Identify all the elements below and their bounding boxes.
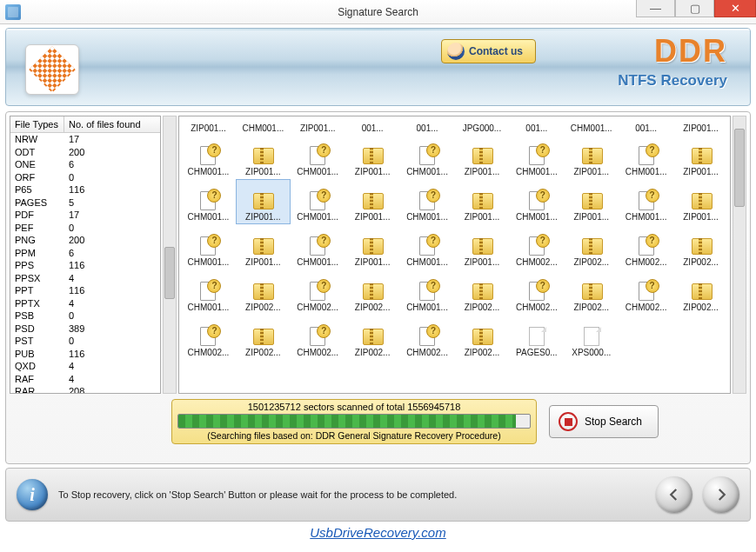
file-item[interactable]: ZIP001... (673, 134, 728, 179)
file-item[interactable]: XPS000... (564, 315, 619, 360)
table-row[interactable]: P65116 (10, 183, 160, 196)
file-item[interactable]: ZIP001... (455, 224, 510, 269)
table-row[interactable]: NRW17 (10, 133, 160, 146)
nav-back-button[interactable] (656, 476, 692, 513)
file-item[interactable]: ZIP002... (455, 269, 510, 315)
file-item[interactable]: ZIP002... (673, 224, 728, 269)
file-item[interactable]: CHM001... (400, 179, 455, 224)
file-item[interactable]: CHM001... (400, 134, 455, 179)
file-item[interactable]: CHM002... (291, 269, 345, 315)
cell-count: 4 (64, 297, 78, 310)
file-item[interactable]: ZIP001... (236, 179, 291, 224)
file-item[interactable]: CHM001... (509, 134, 564, 179)
table-row[interactable]: PPSX4 (10, 272, 160, 285)
file-item[interactable]: 001... (619, 118, 673, 134)
file-item[interactable]: 001... (345, 118, 400, 134)
table-row[interactable]: PDF17 (10, 209, 160, 222)
file-item[interactable]: ZIP001... (564, 134, 619, 179)
table-row[interactable]: RAF4 (10, 373, 160, 386)
file-item[interactable]: ZIP002... (455, 315, 510, 360)
file-types-table[interactable]: File Types No. of files found NRW17ODT20… (10, 116, 161, 394)
file-item[interactable]: CHM001... (400, 269, 455, 315)
zip-icon (251, 280, 275, 301)
file-item[interactable]: ZIP001... (181, 118, 236, 134)
table-row[interactable]: PNG200 (10, 234, 160, 247)
file-item[interactable]: JPG000... (455, 118, 510, 134)
file-item[interactable]: CHM001... (291, 224, 345, 269)
results-icon-pane[interactable]: ZIP001...CHM001...ZIP001...001...001...J… (178, 116, 731, 394)
file-item[interactable]: ZIP002... (345, 315, 400, 360)
table-body[interactable]: NRW17ODT200ONE6ORF0P65116PAGES5PDF17PEF0… (10, 133, 160, 393)
table-row[interactable]: PUB116 (10, 348, 160, 361)
col-files-found[interactable]: No. of files found (64, 116, 160, 132)
file-item[interactable]: ZIP001... (291, 118, 345, 134)
file-item[interactable]: CHM001... (564, 118, 619, 134)
table-row[interactable]: PSB0 (10, 309, 160, 323)
file-item[interactable]: ZIP001... (455, 134, 510, 179)
file-item[interactable]: CHM002... (509, 224, 564, 269)
file-item[interactable]: CHM002... (181, 315, 236, 360)
file-item[interactable]: ZIP002... (564, 269, 619, 315)
table-row[interactable]: PPM6 (10, 247, 160, 260)
file-item[interactable]: CHM001... (236, 118, 291, 134)
file-item[interactable]: ZIP001... (564, 179, 619, 224)
file-item[interactable]: ZIP001... (236, 134, 291, 179)
table-row[interactable]: PPTX4 (10, 297, 160, 310)
file-item[interactable]: CHM001... (181, 179, 236, 224)
file-item[interactable]: 001... (509, 118, 564, 134)
file-item[interactable]: ZIP001... (455, 179, 510, 224)
table-row[interactable]: ODT200 (10, 146, 160, 159)
file-item[interactable]: 001... (400, 118, 455, 134)
file-item[interactable]: ZIP002... (673, 269, 728, 315)
file-item[interactable]: CHM001... (291, 179, 345, 224)
table-row[interactable]: PAGES5 (10, 196, 160, 209)
file-item[interactable]: CHM001... (181, 134, 236, 179)
file-item[interactable]: CHM002... (509, 269, 564, 315)
file-item[interactable]: CHM002... (619, 269, 673, 315)
file-item[interactable]: PAGES0... (509, 315, 564, 360)
table-row[interactable]: RAR208 (10, 385, 160, 393)
scrollbar-thumb[interactable] (734, 129, 745, 207)
file-item[interactable]: ZIP001... (345, 179, 400, 224)
file-item[interactable]: ZIP001... (673, 179, 728, 224)
file-item[interactable]: ZIP002... (345, 269, 400, 315)
table-row[interactable]: PPT116 (10, 284, 160, 297)
maximize-button[interactable]: ▢ (675, 0, 714, 17)
chm-icon (305, 280, 330, 301)
table-row[interactable]: PST0 (10, 335, 160, 348)
minimize-button[interactable]: — (636, 0, 675, 17)
stop-search-button[interactable]: Stop Search (549, 405, 659, 438)
file-item[interactable]: ZIP001... (345, 134, 400, 179)
file-item[interactable]: ZIP001... (673, 118, 728, 134)
file-item[interactable]: ZIP002... (236, 315, 291, 360)
file-item[interactable]: CHM001... (619, 134, 673, 179)
table-row[interactable]: ONE6 (10, 158, 160, 171)
contact-us-button[interactable]: Contact us (441, 39, 536, 63)
table-row[interactable]: PEF0 (10, 222, 160, 235)
file-item[interactable]: CHM002... (619, 224, 673, 269)
file-item[interactable]: ZIP001... (236, 224, 291, 269)
file-item[interactable]: CHM001... (181, 224, 236, 269)
table-row[interactable]: QXD4 (10, 360, 160, 373)
table-scrollbar[interactable] (163, 116, 177, 394)
file-item[interactable]: CHM001... (181, 269, 236, 315)
table-row[interactable]: PSD389 (10, 323, 160, 336)
file-item[interactable]: CHM001... (291, 134, 345, 179)
file-item[interactable]: ZIP002... (564, 224, 619, 269)
site-link[interactable]: UsbDriveRecovery.com (310, 525, 445, 540)
file-item[interactable]: CHM002... (291, 315, 345, 360)
col-file-types[interactable]: File Types (10, 116, 64, 132)
results-scrollbar[interactable] (733, 116, 746, 394)
zip-icon (579, 144, 604, 165)
file-item[interactable]: CHM001... (619, 179, 673, 224)
file-item[interactable]: ZIP001... (345, 224, 400, 269)
file-item[interactable]: CHM002... (400, 315, 455, 360)
file-item[interactable]: ZIP002... (236, 269, 291, 315)
file-item[interactable]: CHM001... (400, 224, 455, 269)
close-button[interactable]: ✕ (714, 0, 756, 17)
table-row[interactable]: ORF0 (10, 171, 160, 184)
file-item[interactable]: CHM001... (509, 179, 564, 224)
scrollbar-thumb[interactable] (164, 247, 175, 299)
table-row[interactable]: PPS116 (10, 259, 160, 272)
nav-forward-button[interactable] (703, 476, 739, 513)
